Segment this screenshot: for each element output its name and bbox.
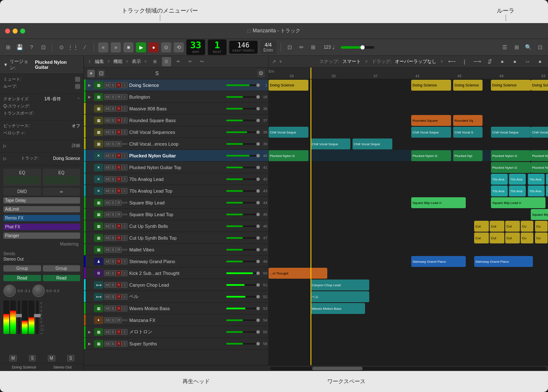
mute-btn[interactable]: M — [104, 94, 110, 100]
region[interactable]: Plucked Nylon Gu — [531, 162, 548, 173]
dmd-slot[interactable]: DMD — [3, 188, 41, 196]
track-row[interactable]: ▶ ▦ M S R I Burlington 18 — [84, 91, 268, 103]
scissors-icon[interactable]: ✂ — [185, 57, 195, 66]
vol-slider[interactable] — [226, 237, 260, 239]
region[interactable]: Chill Vocal Seque — [411, 127, 451, 138]
track-expand-icon[interactable]: ▶ — [86, 95, 93, 99]
region[interactable]: 70s Ana — [509, 186, 526, 196]
region[interactable]: 70s Ana — [528, 186, 545, 196]
quantize-arrow[interactable]: ⌃ — [77, 97, 80, 102]
vol-slider[interactable] — [226, 331, 260, 333]
export-icon[interactable]: ⊡ — [535, 43, 545, 52]
link-slot[interactable]: ∞ — [43, 188, 81, 196]
vol-slider[interactable] — [226, 343, 260, 345]
region[interactable]: Plucked Nyl — [453, 150, 483, 161]
eq-slot-2[interactable]: EQ — [43, 169, 81, 186]
phat-fx-slot[interactable]: Phat FX — [3, 224, 80, 230]
loop-checkbox[interactable] — [75, 84, 80, 89]
detail-expand[interactable]: ▷ — [3, 144, 7, 148]
input-btn[interactable]: I — [122, 94, 128, 100]
cursor-icon[interactable]: ↗ — [272, 59, 276, 65]
fader-track-2[interactable] — [36, 301, 39, 334]
track-row[interactable]: ✕ MSRI 70s Analog Lead Top 43 — [84, 185, 268, 197]
region[interactable]: Plucked Nylon G — [269, 150, 308, 161]
plus-icon[interactable]: + — [279, 59, 282, 65]
region[interactable]: Cut — [505, 221, 520, 232]
forward-button[interactable]: » — [111, 42, 121, 52]
m-button-2[interactable]: M — [48, 355, 55, 361]
list-icon[interactable]: ☰ — [500, 43, 509, 52]
track-row[interactable]: ▦ MSRI Waves Motion Bass 53 — [84, 303, 268, 314]
region[interactable]: Cut — [505, 233, 520, 243]
track-row[interactable]: ▦ MSRI Rounded Square Bass 37 — [84, 115, 268, 126]
timeline-icon-2[interactable]: | — [460, 57, 469, 66]
read-button-1[interactable]: Read — [3, 275, 41, 281]
vol-slider[interactable] — [226, 143, 260, 145]
toolbar-icon-2[interactable]: 💾 — [15, 43, 24, 52]
timeline-icon-7[interactable]: ↔ — [523, 57, 532, 66]
scrollbar-track[interactable] — [270, 367, 546, 370]
tape-delay-slot[interactable]: Tape Delay — [3, 197, 80, 204]
region[interactable]: 70s Ana — [491, 186, 508, 196]
timeline-icon-1[interactable]: ⟵ — [447, 57, 457, 66]
remix-slot[interactable]: AdLimit — [3, 206, 80, 212]
mute-btn[interactable]: M — [104, 82, 110, 88]
toolbar-icon-6[interactable]: ⋮⋮ — [68, 43, 78, 52]
midi-icon[interactable]: ⊡ — [285, 43, 295, 52]
collapse-icon[interactable]: ▼ — [3, 62, 8, 67]
region[interactable]: Cut — [490, 221, 504, 232]
pan-knob-2[interactable] — [32, 285, 45, 297]
track-row[interactable]: ▦ MSRI Cut Up Synth Bells 46 — [84, 220, 268, 232]
play-button[interactable]: ▶ — [136, 42, 146, 52]
track-row[interactable]: ✕ MSRI Plucked Nylon Guitar Top 41 — [84, 162, 268, 173]
wave-icon[interactable]: 〜 — [197, 57, 206, 66]
close-button[interactable] — [5, 29, 10, 34]
record-btn[interactable]: R — [116, 82, 122, 88]
track-row[interactable]: ▶ ▦ MSRI メロトロン 55 — [84, 326, 268, 338]
stop-button[interactable]: ■ — [123, 42, 133, 52]
region[interactable]: Doing Science — [453, 80, 483, 91]
scrollbar-thumb[interactable] — [312, 367, 363, 370]
track-row[interactable]: ▦ MSR Square Blip Lead Top 45 — [84, 209, 268, 220]
vol-slider[interactable] — [226, 261, 260, 262]
minimize-button[interactable] — [13, 29, 18, 34]
table-icon[interactable]: ⊞ — [512, 43, 521, 52]
timeline-icon-5[interactable]: ● — [498, 57, 507, 66]
region[interactable]: Chill Vocal Seque — [352, 139, 392, 149]
toolbar-icon-4[interactable]: ⊡ — [39, 43, 48, 52]
grid-icon-2[interactable]: ⊞ — [150, 57, 159, 66]
master-volume-slider[interactable] — [341, 46, 374, 49]
region[interactable]: Steinway Grand Piano — [411, 256, 466, 267]
search-icon[interactable]: 🔍 — [524, 43, 533, 52]
fader-thumb-1[interactable] — [16, 314, 22, 317]
track-row[interactable]: ▦ MSRI Cut Up Synth Bells Top 47 — [84, 232, 268, 244]
track-row[interactable]: ⟷ MSRI Canyon Chop Lead 51 — [84, 279, 268, 291]
region[interactable]: Doing Science — [269, 80, 308, 91]
group-button-1[interactable]: Group — [3, 265, 41, 272]
timeline-icon-8[interactable]: ● — [535, 57, 545, 66]
region[interactable]: Cu — [521, 233, 533, 243]
vol-slider[interactable] — [226, 308, 260, 309]
vol-slider[interactable] — [226, 178, 260, 180]
record-button[interactable]: ● — [149, 42, 159, 52]
s-button-1[interactable]: S — [29, 355, 36, 361]
region[interactable]: Square Blip — [531, 209, 548, 220]
pen-icon-2[interactable]: ✏ — [174, 57, 183, 66]
region[interactable]: Chill Vocal Seque — [531, 127, 548, 138]
drag-value[interactable]: オーバーラップなし — [395, 58, 436, 65]
region-waves[interactable]: Waves Motion Bass — [311, 303, 365, 314]
vol-slider[interactable] — [226, 319, 260, 321]
region[interactable]: Rounded Sq — [453, 115, 483, 126]
track-row[interactable]: ▶ ▦ MSRI Super Synths 58 — [84, 338, 268, 350]
region[interactable]: Plucked Nylon Gu — [531, 150, 548, 161]
region[interactable]: Cu — [521, 221, 533, 232]
pen-icon[interactable]: ✏ — [297, 43, 306, 52]
edit-menu[interactable]: 編集 — [95, 58, 104, 65]
flanger-slot[interactable]: Flanger — [3, 233, 80, 239]
toolbar-icon-3[interactable]: ? — [27, 43, 36, 52]
global-track-btn[interactable]: S — [155, 71, 159, 76]
toolbar-icon-7[interactable]: ∕ — [80, 43, 89, 52]
region[interactable]: Cut — [490, 233, 504, 243]
vol-slider[interactable] — [226, 284, 260, 286]
record-btn[interactable]: R — [116, 94, 122, 100]
